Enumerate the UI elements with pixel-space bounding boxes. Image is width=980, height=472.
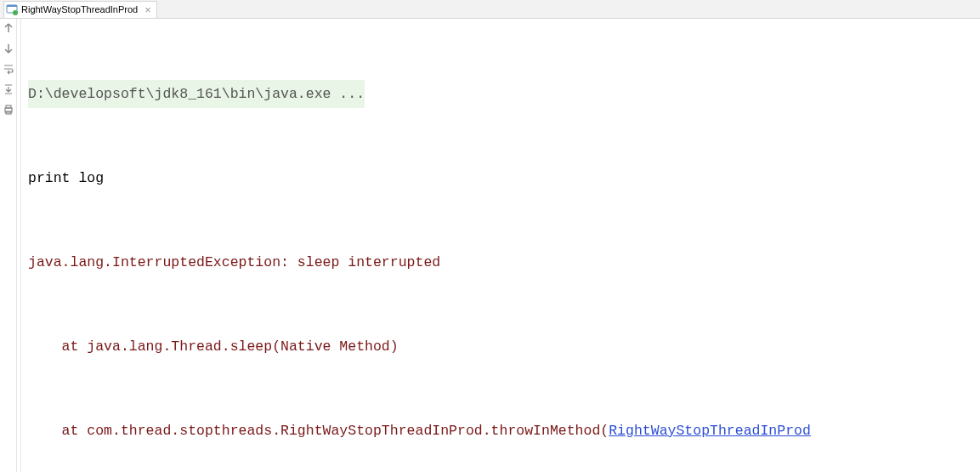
command-line: D:\developsoft\jdk8_161\bin\java.exe ...: [28, 80, 365, 108]
exception-header: java.lang.InterruptedException: sleep in…: [28, 248, 980, 276]
run-config-icon: [6, 3, 18, 15]
stack-frame: at com.thread.stopthreads.RightWayStopTh…: [28, 417, 980, 445]
svg-rect-1: [7, 5, 17, 7]
log-line: print log: [28, 164, 980, 192]
main-area: D:\developsoft\jdk8_161\bin\java.exe ...…: [0, 19, 980, 472]
scroll-to-end-icon[interactable]: [3, 83, 14, 95]
close-icon[interactable]: ×: [144, 4, 151, 15]
run-tab[interactable]: RightWayStopThreadInProd ×: [3, 1, 157, 18]
svg-rect-4: [6, 105, 11, 108]
tab-bar: RightWayStopThreadInProd ×: [0, 0, 980, 19]
print-icon[interactable]: [3, 104, 14, 116]
svg-point-2: [13, 10, 18, 15]
stack-frame: at java.lang.Thread.sleep(Native Method): [28, 333, 980, 361]
source-link[interactable]: RightWayStopThreadInProd: [609, 423, 811, 439]
tab-label: RightWayStopThreadInProd: [21, 4, 138, 14]
arrow-up-icon[interactable]: [3, 22, 14, 34]
console-gutter: [0, 19, 17, 472]
soft-wrap-icon[interactable]: [3, 63, 14, 75]
console-output[interactable]: D:\developsoft\jdk8_161\bin\java.exe ...…: [21, 19, 980, 472]
arrow-down-icon[interactable]: [3, 43, 14, 54]
